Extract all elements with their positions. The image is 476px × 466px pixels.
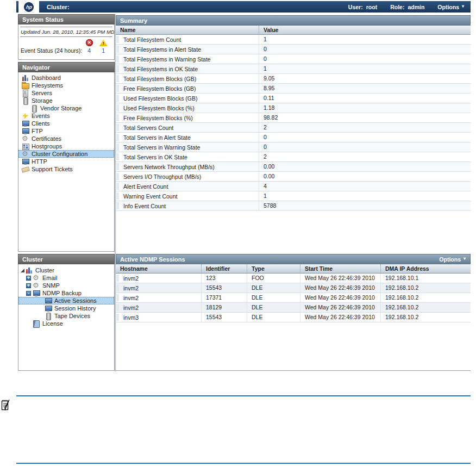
event-status-label: Event Status (24 hours):	[21, 47, 82, 54]
session-hostname: invm2	[116, 295, 201, 301]
nav-item[interactable]: Certificates	[18, 135, 114, 142]
column-header-value[interactable]: Value	[259, 26, 471, 34]
summary-row-value: 98.82	[259, 113, 471, 122]
ndmp-title: Active NDMP Sessions	[120, 254, 185, 264]
alert-count-link[interactable]: 4	[87, 47, 91, 54]
nav-item-label: Filesystems	[32, 82, 63, 89]
nav-item[interactable]: Support Tickets	[18, 165, 114, 173]
session-dma-ip: 192.168.10.2	[380, 283, 471, 293]
monitor-icon	[22, 158, 29, 165]
column-header-type[interactable]: Type	[247, 264, 300, 273]
hp-logo-text: hp	[26, 4, 33, 10]
summary-row-name: Free Filesystem Blocks (%)	[116, 115, 259, 121]
session-dma-ip: 192.168.10.1	[380, 274, 471, 283]
nav-item-label: Cluster Configuration	[32, 151, 87, 157]
tree-item-label: Session History	[54, 305, 96, 312]
summary-row: Used Filesystem Blocks (%) 1.18	[116, 103, 471, 113]
nav-item-label: HTTP	[32, 158, 47, 165]
tree-item-label: Cluster	[35, 267, 54, 274]
summary-row: Total Servers in Alert State 0	[116, 133, 471, 142]
summary-row: Total Servers in OK State 2	[116, 152, 471, 162]
nav-item[interactable]: Clients	[18, 120, 114, 127]
summary-row-value: 9.05	[259, 74, 471, 83]
summary-row: Total Filesystem Count 1	[116, 35, 471, 45]
tree-item-label: Email	[42, 275, 58, 281]
nav-item[interactable]: Hostgroups	[18, 142, 114, 150]
nav-item[interactable]: Servers	[18, 89, 114, 97]
session-type: FOO	[247, 274, 300, 283]
summary-row: Used Filesystem Blocks (GB) 0.11	[116, 94, 471, 103]
column-header-hostname[interactable]: Hostname	[116, 265, 201, 272]
monitor-icon	[22, 128, 29, 134]
tree-item[interactable]: Active Sessions	[18, 297, 114, 305]
summary-row: Servers I/O Throughput (MB/s) 0.00	[116, 172, 471, 182]
summary-header: Summary	[116, 15, 471, 26]
divider-rule-bottom	[16, 463, 471, 464]
warning-count-link[interactable]: 1	[102, 47, 105, 54]
nav-item[interactable]: Storage	[18, 97, 114, 104]
nav-item-label: FTP	[32, 128, 43, 134]
summary-row: Total Filesystems in OK State 1	[116, 64, 471, 74]
nav-item[interactable]: Cluster Configuration	[18, 150, 114, 158]
nav-item[interactable]: Events	[18, 112, 114, 120]
book-icon	[33, 320, 40, 327]
session-identifier: 17371	[201, 293, 247, 302]
server-icon	[22, 90, 29, 96]
hp-logo: hp	[18, 0, 39, 14]
session-row[interactable]: invm2 18129 DLE Wed May 26 22:46:39 2010…	[116, 303, 471, 313]
column-header-identifier[interactable]: Identifier	[201, 264, 247, 273]
summary-row-value: 0	[259, 133, 471, 142]
summary-row: Warning Event Count 1	[116, 191, 471, 201]
summary-row-name: Total Filesystems in OK State	[116, 66, 259, 72]
summary-row-name: Used Filesystem Blocks (%)	[116, 105, 259, 111]
minus-expander-icon[interactable]	[26, 291, 31, 296]
tree-item[interactable]: Email	[18, 274, 114, 282]
nav-item[interactable]: HTTP	[18, 158, 114, 165]
ndmp-sessions-panel: Active NDMP Sessions Options ▾ Hostname …	[116, 254, 471, 371]
summary-row-name: Total Servers in OK State	[116, 154, 259, 160]
tree-item[interactable]: Tape Devices	[18, 312, 114, 320]
summary-row-name: Used Filesystem Blocks (GB)	[116, 95, 259, 102]
chart-icon	[26, 267, 33, 274]
column-header-name[interactable]: Name	[116, 27, 259, 33]
column-header-start-time[interactable]: Start Time	[300, 264, 380, 273]
summary-row-value: 0	[259, 142, 471, 152]
nav-item[interactable]: FTP	[18, 127, 114, 135]
summary-row-value: 1	[259, 64, 471, 73]
session-hostname: invm2	[116, 285, 201, 291]
divider-rule-top	[16, 395, 471, 396]
session-hostname: invm2	[116, 275, 201, 282]
tree-item[interactable]: SNMP	[18, 282, 114, 289]
summary-row-name: Free Filesystem Blocks (GB)	[116, 85, 259, 92]
session-row[interactable]: invm3 15543 DLE Wed May 26 22:46:39 2010…	[116, 313, 471, 322]
column-header-dma-ip[interactable]: DMA IP Address	[380, 264, 471, 273]
event-status-grid: Event Status (24 hours): 4 1 5788	[18, 37, 114, 54]
tree-item[interactable]: License	[18, 320, 114, 327]
nav-item[interactable]: Dashboard	[18, 74, 114, 82]
summary-row: Total Filesystems in Warning State 0	[116, 54, 471, 64]
summary-row-value: 4	[259, 182, 471, 191]
role-value: admin	[408, 4, 424, 10]
tree-item[interactable]: Session History	[18, 305, 114, 312]
nav-item[interactable]: Filesystems	[18, 82, 114, 89]
plus-expander-icon[interactable]	[26, 276, 31, 281]
plus-expander-icon[interactable]	[26, 283, 31, 288]
summary-row-name: Total Servers Count	[116, 125, 259, 131]
monitor-icon	[45, 297, 52, 304]
session-row[interactable]: invm2 17371 DLE Wed May 26 22:46:39 2010…	[116, 293, 471, 303]
tree-item[interactable]: Cluster	[18, 266, 114, 274]
session-row[interactable]: invm2 15543 DLE Wed May 26 22:46:39 2010…	[116, 283, 471, 293]
caret-expander-icon[interactable]	[21, 269, 24, 272]
nav-item[interactable]: Vendor Storage	[18, 104, 114, 112]
topbar-options-menu[interactable]: Options ▾	[437, 4, 464, 10]
summary-row: Total Servers in Warning State 0	[116, 142, 471, 152]
tree-item-label: NDMP Backup	[42, 290, 82, 296]
tree-item[interactable]: NDMP Backup	[18, 289, 114, 297]
ndmp-options-menu[interactable]: Options ▾	[439, 254, 466, 264]
hp-logo-circle: hp	[24, 2, 34, 12]
session-row[interactable]: invm2 123 FOO Wed May 26 22:46:39 2010 1…	[116, 274, 471, 283]
ndmp-table-body: invm2 123 FOO Wed May 26 22:46:39 2010 1…	[116, 274, 471, 322]
summary-row-name: Total Filesystem Blocks (GB)	[116, 76, 259, 82]
alert-icon	[86, 39, 93, 46]
summary-row-value: 0.11	[259, 94, 471, 103]
